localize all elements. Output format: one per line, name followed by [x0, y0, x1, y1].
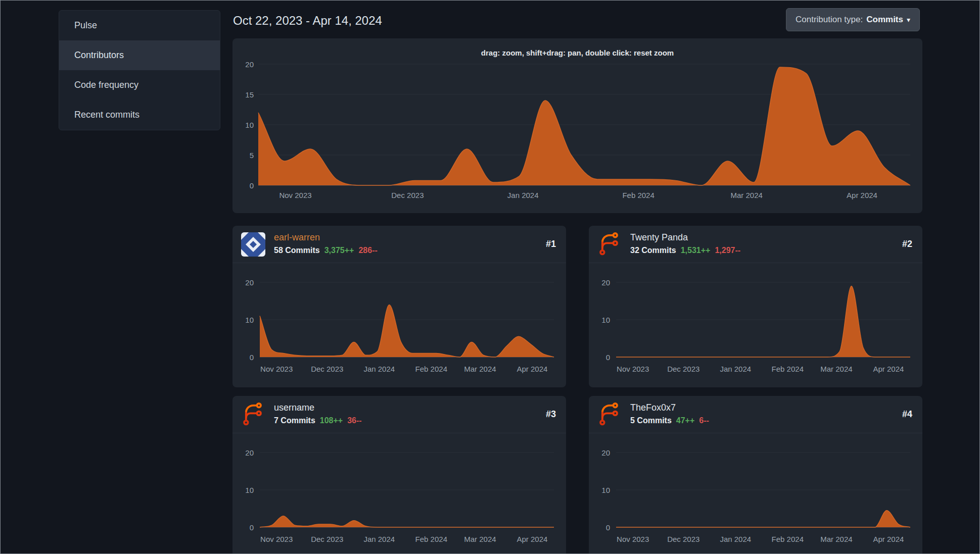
commit-count: 7 Commits: [274, 416, 315, 425]
deletions-count: 1,297--: [715, 246, 740, 255]
svg-text:Apr 2024: Apr 2024: [873, 535, 904, 543]
overall-contributions-chart[interactable]: 05101520Nov 2023Dec 2023Jan 2024Feb 2024…: [232, 38, 922, 213]
svg-text:Mar 2024: Mar 2024: [464, 535, 496, 543]
date-range-title: Oct 22, 2023 - Apr 14, 2024: [233, 14, 382, 28]
avatar[interactable]: [241, 232, 265, 257]
svg-text:10: 10: [601, 486, 610, 494]
forgejo-logo-icon: [241, 402, 265, 427]
identicon-icon: [241, 232, 265, 257]
contributor-name-link[interactable]: TheFox0x7: [630, 402, 676, 413]
svg-text:Mar 2024: Mar 2024: [731, 191, 763, 199]
svg-text:Dec 2023: Dec 2023: [311, 535, 343, 543]
svg-text:10: 10: [245, 486, 254, 494]
contributor-card-username: 01020Nov 2023Dec 2023Jan 2024Feb 2024Mar…: [232, 396, 566, 554]
svg-text:0: 0: [606, 523, 610, 532]
svg-text:Dec 2023: Dec 2023: [391, 191, 424, 199]
contributor-stats: 5 Commits 47++ 6--: [630, 416, 709, 425]
contributor-card-twenty-panda: 01020Nov 2023Dec 2023Jan 2024Feb 2024Mar…: [589, 226, 922, 387]
contributor-card-header: Twenty Panda 32 Commits 1,531++ 1,297-- …: [589, 226, 922, 263]
svg-text:5: 5: [250, 151, 254, 160]
avatar[interactable]: [241, 402, 265, 427]
svg-text:Feb 2024: Feb 2024: [622, 191, 654, 199]
commit-count: 58 Commits: [274, 246, 320, 255]
sidebar-item-recent-commits[interactable]: Recent commits: [59, 100, 220, 130]
contributor-name-link[interactable]: Twenty Panda: [630, 232, 688, 243]
avatar[interactable]: [597, 232, 622, 257]
additions-count: 3,375++: [324, 246, 354, 255]
svg-text:Nov 2023: Nov 2023: [260, 535, 293, 543]
svg-text:Nov 2023: Nov 2023: [279, 191, 311, 199]
svg-text:Mar 2024: Mar 2024: [464, 365, 496, 373]
additions-count: 1,531++: [681, 246, 711, 255]
avatar[interactable]: [597, 402, 622, 427]
chevron-down-icon: ▾: [907, 16, 910, 24]
contributor-card-header: earl-warren 58 Commits 3,375++ 286-- #1: [232, 226, 566, 263]
contributor-stats: 7 Commits 108++ 36--: [274, 416, 362, 425]
contributor-stats: 32 Commits 1,531++ 1,297--: [630, 246, 740, 255]
svg-text:0: 0: [250, 353, 254, 362]
svg-text:Jan 2024: Jan 2024: [363, 365, 395, 373]
contributor-cards-grid: 01020Nov 2023Dec 2023Jan 2024Feb 2024Mar…: [232, 226, 922, 554]
svg-text:Apr 2024: Apr 2024: [873, 365, 904, 373]
contribution-type-value: Commits: [866, 15, 903, 25]
contributor-card-header: TheFox0x7 5 Commits 47++ 6-- #4: [589, 396, 922, 433]
rank-badge: #2: [902, 239, 912, 249]
svg-text:Jan 2024: Jan 2024: [363, 535, 395, 543]
svg-text:Nov 2023: Nov 2023: [617, 535, 649, 543]
svg-text:Feb 2024: Feb 2024: [415, 365, 447, 373]
svg-text:Nov 2023: Nov 2023: [617, 365, 649, 373]
svg-text:15: 15: [245, 90, 254, 99]
svg-text:0: 0: [250, 181, 254, 190]
contributor-card-earl-warren: 01020Nov 2023Dec 2023Jan 2024Feb 2024Mar…: [232, 226, 566, 387]
sidebar-item-contributors[interactable]: Contributors: [59, 40, 220, 70]
chart-zoom-hint: drag: zoom, shift+drag: pan, double clic…: [232, 48, 922, 57]
svg-text:Dec 2023: Dec 2023: [311, 365, 343, 373]
svg-text:Mar 2024: Mar 2024: [820, 365, 852, 373]
svg-text:Jan 2024: Jan 2024: [720, 535, 751, 543]
additions-count: 47++: [676, 416, 694, 425]
contributor-name-link[interactable]: earl-warren: [274, 232, 320, 243]
svg-text:20: 20: [245, 60, 254, 69]
contributor-card-thefox0x7: 01020Nov 2023Dec 2023Jan 2024Feb 2024Mar…: [589, 396, 922, 554]
svg-text:20: 20: [601, 448, 610, 457]
svg-text:Feb 2024: Feb 2024: [415, 535, 447, 543]
deletions-count: 286--: [358, 246, 377, 255]
svg-text:0: 0: [250, 523, 254, 532]
commit-count: 5 Commits: [630, 416, 672, 425]
additions-count: 108++: [320, 416, 343, 425]
contributor-card-header: username 7 Commits 108++ 36-- #3: [232, 396, 566, 433]
contributor-name-link[interactable]: username: [274, 402, 314, 413]
svg-text:Nov 2023: Nov 2023: [260, 365, 293, 373]
sidebar-item-code-frequency[interactable]: Code frequency: [59, 70, 220, 100]
svg-text:10: 10: [601, 316, 610, 324]
svg-text:Mar 2024: Mar 2024: [820, 535, 852, 543]
svg-text:Jan 2024: Jan 2024: [720, 365, 751, 373]
rank-badge: #3: [546, 409, 556, 420]
svg-text:20: 20: [601, 278, 610, 287]
rank-badge: #4: [902, 409, 912, 420]
svg-text:20: 20: [245, 278, 254, 287]
svg-text:Apr 2024: Apr 2024: [847, 191, 877, 199]
svg-text:Dec 2023: Dec 2023: [667, 535, 699, 543]
sidebar-item-pulse[interactable]: Pulse: [59, 11, 220, 40]
svg-text:Apr 2024: Apr 2024: [517, 535, 547, 543]
contributors-page: { "colors": { "page_bg": "#12161e", "car…: [0, 0, 980, 554]
forgejo-logo-icon: [597, 232, 622, 257]
contribution-type-dropdown[interactable]: Contribution type: Commits ▾: [786, 8, 920, 31]
overall-chart-card: 05101520Nov 2023Dec 2023Jan 2024Feb 2024…: [232, 38, 922, 213]
sidebar: PulseContributorsCode frequencyRecent co…: [59, 10, 220, 130]
svg-text:Jan 2024: Jan 2024: [507, 191, 539, 199]
svg-text:0: 0: [606, 353, 610, 362]
svg-text:Feb 2024: Feb 2024: [772, 535, 804, 543]
svg-text:20: 20: [245, 448, 254, 457]
contribution-type-label: Contribution type:: [796, 15, 863, 25]
deletions-count: 36--: [347, 416, 361, 425]
deletions-count: 6--: [699, 416, 709, 425]
svg-text:Dec 2023: Dec 2023: [667, 365, 699, 373]
svg-text:10: 10: [245, 121, 254, 129]
contributor-stats: 58 Commits 3,375++ 286--: [274, 246, 378, 255]
commit-count: 32 Commits: [630, 246, 676, 255]
svg-text:Apr 2024: Apr 2024: [517, 365, 547, 373]
svg-text:Feb 2024: Feb 2024: [772, 365, 804, 373]
rank-badge: #1: [546, 239, 556, 249]
